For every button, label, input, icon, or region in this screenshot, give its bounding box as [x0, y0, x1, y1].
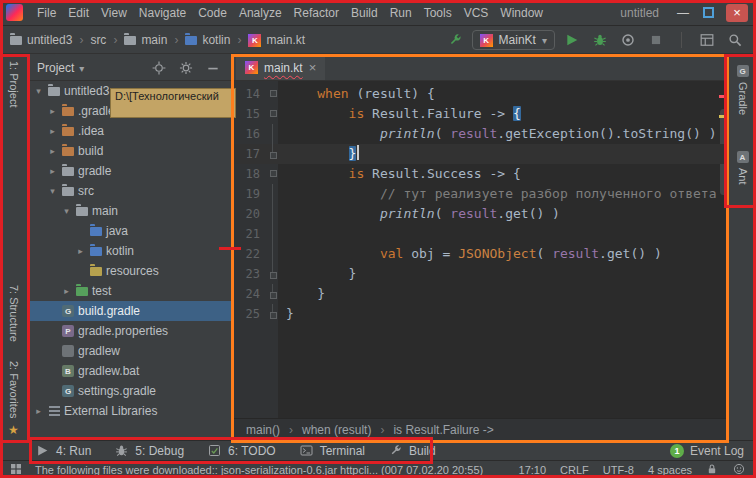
chevron-down-icon — [79, 61, 84, 75]
tree-arrow-icon[interactable]: ▸ — [33, 406, 44, 416]
inspection-profile-icon[interactable] — [733, 463, 746, 476]
event-log-button[interactable]: 1 Event Log — [670, 444, 744, 458]
tree-item-gradlew[interactable]: gradlew — [29, 341, 232, 361]
tree-item-idea[interactable]: ▸.idea — [29, 121, 232, 141]
hide-panel-icon[interactable] — [202, 57, 224, 79]
tree-item-build-gradle[interactable]: build.gradle — [29, 301, 232, 321]
tool-window-button-6-todo[interactable]: 6: TODO — [208, 444, 276, 458]
code-editor[interactable]: 14when (result) {15is Result.Failure -> … — [234, 81, 728, 418]
line-separator-widget[interactable]: CRLF — [560, 464, 589, 476]
tree-arrow-icon[interactable]: ▸ — [47, 106, 58, 116]
tree-arrow-icon[interactable]: ▸ — [75, 246, 86, 256]
maximize-button[interactable] — [703, 7, 714, 18]
project-tree: ▾untitled3▸.gradle▸.idea▸build▸gradle▾sr… — [29, 81, 232, 421]
tree-item-label: build — [78, 144, 103, 158]
code-line-18[interactable]: 18is Result.Success -> { — [234, 164, 728, 184]
breadcrumb-kotlin[interactable]: kotlin — [185, 33, 230, 47]
tree-item-label: gradle.properties — [78, 324, 168, 338]
menu-code[interactable]: Code — [192, 3, 233, 23]
close-button[interactable]: × — [726, 4, 748, 22]
breadcrumb-src[interactable]: src — [90, 33, 106, 47]
editor-breadcrumb[interactable]: main() — [246, 423, 280, 437]
tool-window-button-7-structure[interactable]: 7: Structure — [0, 285, 27, 342]
code-line-22[interactable]: 22val obj = JSONObject( result.get() ) — [234, 244, 728, 264]
close-tab-icon[interactable] — [309, 60, 317, 75]
tool-window-button-5-debug[interactable]: 5: Debug — [115, 444, 184, 458]
status-message[interactable]: The following files were downloaded:: js… — [35, 464, 483, 476]
tool-window-button-terminal[interactable]: Terminal — [300, 444, 365, 458]
tree-arrow-icon[interactable]: ▾ — [61, 206, 72, 216]
gradle-sync-icon[interactable] — [444, 29, 466, 51]
indent-widget[interactable]: 4 spaces — [648, 464, 692, 476]
menu-run[interactable]: Run — [384, 3, 418, 23]
tree-item-gradlew-bat[interactable]: gradlew.bat — [29, 361, 232, 381]
code-line-21[interactable]: 21 — [234, 224, 728, 244]
editor-tab-main-kt[interactable]: main.kt — [236, 55, 325, 80]
gear-icon[interactable] — [175, 57, 197, 79]
select-opened-file-icon[interactable] — [148, 57, 170, 79]
tool-window-button-build[interactable]: Build — [389, 444, 436, 458]
tree-arrow-icon[interactable]: ▾ — [47, 186, 58, 196]
code-line-23[interactable]: 23} — [234, 264, 728, 284]
editor-breadcrumb[interactable]: when (result) — [302, 423, 371, 437]
tree-item-gradle[interactable]: ▸gradle — [29, 161, 232, 181]
tree-item-java[interactable]: java — [29, 221, 232, 241]
project-view-title[interactable]: Project — [37, 61, 74, 75]
tree-item-main[interactable]: ▾main — [29, 201, 232, 221]
tool-window-button-4-run[interactable]: 4: Run — [36, 444, 91, 458]
tree-item-build[interactable]: ▸build — [29, 141, 232, 161]
code-line-20[interactable]: 20println( result.get() ) — [234, 204, 728, 224]
menu-analyze[interactable]: Analyze — [233, 3, 288, 23]
code-token: Result.Failure -> — [364, 106, 513, 121]
menu-edit[interactable]: Edit — [62, 3, 95, 23]
menu-vcs[interactable]: VCS — [458, 3, 495, 23]
breadcrumb-main[interactable]: main — [124, 33, 167, 47]
tool-window-button-ant[interactable]: AAnt — [729, 151, 756, 185]
caret-position-widget[interactable]: 17:10 — [519, 464, 547, 476]
editor-breadcrumb[interactable]: is Result.Failure -> — [393, 423, 493, 437]
code-line-24[interactable]: 24} — [234, 284, 728, 304]
tool-window-button-gradle[interactable]: GGradle — [729, 65, 756, 115]
tree-arrow-icon[interactable]: ▸ — [47, 146, 58, 156]
run-configuration-selector[interactable]: MainKt — [472, 30, 555, 50]
menu-window[interactable]: Window — [494, 3, 549, 23]
code-line-14[interactable]: 14when (result) { — [234, 84, 728, 104]
editor-tab-label: main.kt — [264, 61, 303, 75]
menu-refactor[interactable]: Refactor — [288, 3, 345, 23]
window-layout-icon[interactable] — [696, 29, 718, 51]
menu-build[interactable]: Build — [345, 3, 384, 23]
tree-item-settings-gradle[interactable]: settings.gradle — [29, 381, 232, 401]
code-line-19[interactable]: 19// тут реализуете разбор полученного о… — [234, 184, 728, 204]
menu-navigate[interactable]: Navigate — [133, 3, 192, 23]
tool-window-button-1-project[interactable]: 1: Project — [0, 61, 27, 107]
tree-item-external-libraries[interactable]: ▸External Libraries — [29, 401, 232, 421]
code-line-15[interactable]: 15is Result.Failure -> { — [234, 104, 728, 124]
menu-file[interactable]: File — [31, 3, 62, 23]
code-line-16[interactable]: 16println( result.getException().toStrin… — [234, 124, 728, 144]
tree-item-test[interactable]: ▸test — [29, 281, 232, 301]
tree-item-src[interactable]: ▾src — [29, 181, 232, 201]
menu-tools[interactable]: Tools — [418, 3, 458, 23]
run-with-coverage-button[interactable] — [617, 29, 639, 51]
lock-icon[interactable] — [706, 463, 719, 476]
run-button[interactable] — [561, 29, 583, 51]
debug-button[interactable] — [589, 29, 611, 51]
tool-window-switcher-icon[interactable] — [10, 463, 23, 476]
minimize-button[interactable]: — — [675, 6, 691, 20]
code-line-25[interactable]: 25} — [234, 304, 728, 324]
tree-arrow-icon[interactable]: ▸ — [47, 126, 58, 136]
breadcrumb-main-kt[interactable]: main.kt — [248, 33, 305, 47]
code-line-17[interactable]: 17} — [234, 144, 728, 164]
stop-button[interactable] — [645, 29, 667, 51]
tree-arrow-icon[interactable]: ▾ — [33, 86, 44, 96]
tool-window-button-2-favorites[interactable]: 2: Favorites★ — [0, 361, 27, 437]
menu-view[interactable]: View — [95, 3, 133, 23]
tree-item-kotlin[interactable]: ▸kotlin — [29, 241, 232, 261]
tree-arrow-icon[interactable]: ▸ — [61, 286, 72, 296]
tree-arrow-icon[interactable]: ▸ — [47, 166, 58, 176]
tree-item-resources[interactable]: resources — [29, 261, 232, 281]
search-icon[interactable] — [724, 29, 746, 51]
breadcrumb-untitled3[interactable]: untitled3 — [10, 33, 72, 47]
encoding-widget[interactable]: UTF-8 — [603, 464, 634, 476]
tree-item-gradle-properties[interactable]: gradle.properties — [29, 321, 232, 341]
